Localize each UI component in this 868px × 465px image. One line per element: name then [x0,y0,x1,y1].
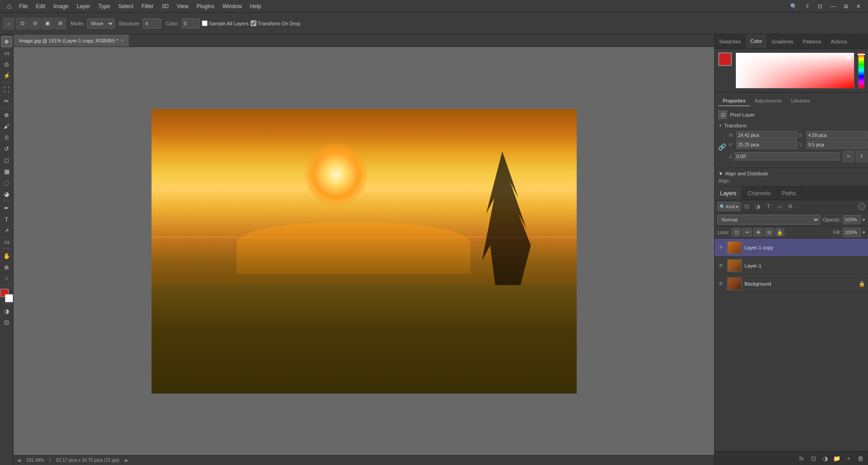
adjustment-btn[interactable]: ◑ [820,453,830,463]
w-input[interactable] [736,131,797,139]
menu-edit[interactable]: Edit [32,2,49,10]
tab-layers[interactable]: Layers [715,187,742,200]
crop-tool-btn[interactable]: ⛶ [1,84,12,95]
home-btn[interactable]: ⌂ [3,18,14,29]
new-layer-btn[interactable]: + [844,453,854,463]
lock-position-btn[interactable]: ✥ [754,228,763,236]
layer-item-layer1[interactable]: 👁 Layer-1 [715,257,868,275]
layer-shape-icon[interactable]: ▭ [775,202,784,211]
status-right-arrow[interactable]: ▶ [125,458,128,463]
layer-item-background[interactable]: 👁 Background 🔒 [715,275,868,293]
heal-tool-btn[interactable]: ⊕ [1,109,12,120]
menu-image[interactable]: Image [50,2,72,10]
layer-visibility-layer1[interactable]: 👁 [717,262,725,269]
group-icon[interactable]: ▣ [42,18,53,29]
x-input[interactable] [806,131,868,139]
tab-libraries[interactable]: Libraries [787,96,815,106]
tab-actions[interactable]: Actions [826,34,852,48]
tab-close-btn[interactable]: × [121,38,123,43]
quick-select-tool-btn[interactable]: ⚡ [1,70,12,81]
lock-artboard-btn[interactable]: ⊟ [764,228,773,236]
search-btn[interactable]: 🔍 [787,2,801,10]
menu-window[interactable]: Window [219,2,246,10]
delete-layer-btn[interactable]: 🗑 [855,453,865,463]
lock-all-btn[interactable]: 🔒 [775,228,784,236]
quick-mask-btn[interactable]: ◑ [1,305,12,316]
lasso-tool-btn[interactable]: ⊙ [1,59,12,70]
tab-color[interactable]: Color [746,34,767,48]
structure-input[interactable] [143,19,161,28]
menu-select[interactable]: Select [114,2,137,10]
layer-select-icon[interactable]: ⊟ [29,18,41,29]
fx-btn[interactable]: fx [797,453,806,463]
transform-controls-icon[interactable]: ⊞ [54,18,66,29]
eraser-tool-btn[interactable]: ◻ [1,155,12,165]
mask-btn[interactable]: ⊡ [808,453,818,463]
menu-filter[interactable]: Filter [138,2,157,10]
close-btn[interactable]: ✕ [853,2,864,10]
text-tool-btn[interactable]: T [1,214,12,225]
share-btn[interactable]: ⇪ [802,2,813,10]
menu-type[interactable]: Type [95,2,114,10]
color-hue-bar[interactable] [858,52,864,89]
transform-section-header[interactable]: ▼ Transform [718,123,864,128]
flip-v-btn[interactable]: ⇕ [856,150,868,162]
flip-h-btn[interactable]: ⇔ [843,150,854,162]
menu-plugins[interactable]: Plugins [193,2,218,10]
tab-patterns[interactable]: Patterns [798,34,826,48]
layer-visibility-layer1copy[interactable]: 👁 [717,244,725,251]
color-input[interactable] [182,19,200,28]
fill-input[interactable] [843,228,861,237]
h-input[interactable] [736,141,797,149]
blend-mode-select[interactable]: Normal [717,215,820,225]
brush-tool-btn[interactable]: 🖌 [1,121,12,132]
hand-tool-btn[interactable]: ✋ [1,250,12,261]
dodge-tool-btn[interactable]: ◕ [1,188,12,199]
canvas-viewport[interactable] [14,47,714,455]
shape-tool-btn[interactable]: ▭ [1,236,12,247]
path-select-tool-btn[interactable]: ↗ [1,225,12,236]
group-btn[interactable]: 📁 [832,453,842,463]
color-gradient-picker[interactable] [735,52,854,89]
gradient-tool-btn[interactable]: ▦ [1,166,12,177]
layer-filter-toggle[interactable] [858,203,865,210]
layer-filter-dropdown[interactable]: 🔍 Kind ▾ [717,202,740,211]
menu-file[interactable]: File [15,2,31,10]
restore-btn[interactable]: ⧉ [840,2,852,10]
layer-smart-icon[interactable]: ⚙ [786,202,795,211]
sample-all-layers-checkbox[interactable] [202,20,208,26]
transform-on-drop-label[interactable]: Transform On Drop [251,20,300,26]
menu-layer[interactable]: Layer [73,2,94,10]
select-tool-btn[interactable]: ▭ [1,47,12,58]
tab-gradients[interactable]: Gradients [767,34,798,48]
menu-view[interactable]: View [173,2,192,10]
fill-chevron[interactable]: ▾ [863,230,865,235]
tab-swatches[interactable]: Swatches [715,34,746,48]
pen-tool-btn[interactable]: ✒ [1,202,12,213]
tab-channels[interactable]: Channels [742,187,777,200]
wh-link-icon[interactable]: 🔗 [718,143,726,150]
opacity-input[interactable] [843,215,861,224]
screen-mode-btn[interactable]: ⊡ [1,317,12,328]
layer-text-icon[interactable]: T [764,202,773,211]
layer-item-layer1copy[interactable]: 👁 Layer-1 copy [715,239,868,257]
blur-tool-btn[interactable]: ◌ [1,177,12,188]
document-tab[interactable]: Image.jpg @ 191% (Layer-1 copy, RGB/8#) … [14,34,129,47]
tab-properties[interactable]: Properties [718,96,750,106]
arrange-btn[interactable]: ⊡ [814,2,826,10]
menu-help[interactable]: Help [247,2,265,10]
extra-tool-btn[interactable]: ⁙ [1,273,12,284]
minimize-btn[interactable]: — [827,2,840,10]
clone-tool-btn[interactable]: ⎘ [1,132,12,143]
layer-pixel-icon[interactable]: ⊡ [742,202,751,211]
layer-visibility-background[interactable]: 👁 [717,280,725,287]
align-section-header[interactable]: ▼ Align and Distribute [718,171,864,176]
tab-adjustments[interactable]: Adjustments [750,96,787,106]
history-tool-btn[interactable]: ↺ [1,143,12,154]
transform-on-drop-checkbox[interactable] [251,20,256,26]
color-foreground-swatch[interactable] [718,52,732,66]
status-left-arrow[interactable]: ◀ [17,458,21,463]
mode-select[interactable]: Move [87,19,114,28]
eyedropper-tool-btn[interactable]: ✏ [1,95,12,106]
sample-all-layers-label[interactable]: Sample All Layers [202,20,249,26]
